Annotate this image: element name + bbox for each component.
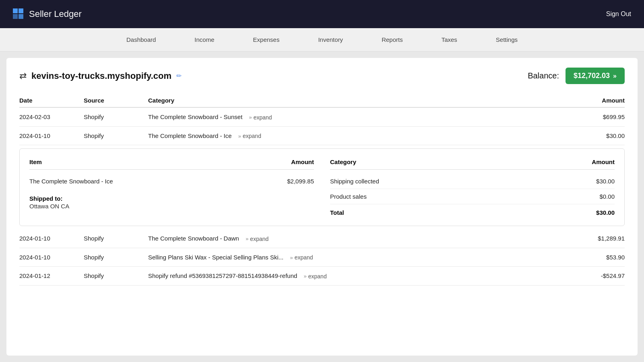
row-date: 2024-01-10: [19, 235, 84, 242]
detail-left: Item Amount The Complete Snowboard - Ice…: [29, 158, 314, 216]
nav-bar: Dashboard Income Expenses Inventory Repo…: [0, 28, 644, 51]
row-source: Shopify: [84, 272, 148, 279]
detail-total-row: Total $30.00: [330, 204, 615, 216]
detail-right-col-category: Category: [330, 158, 558, 165]
expand-chevron-icon: »: [246, 236, 248, 242]
nav-item-settings[interactable]: Settings: [477, 28, 537, 51]
main-content: ⇄ kevins-toy-trucks.myshopify.com ✏ Bala…: [6, 58, 638, 356]
row-date: 2024-01-12: [19, 272, 84, 279]
detail-right-row: Shipping collected $30.00: [330, 174, 615, 189]
table-header: Date Source Category Amount: [19, 94, 625, 108]
detail-right-category: Product sales: [330, 193, 558, 200]
balance-area: Balance: $12,702.03 »: [528, 68, 625, 84]
row-source: Shopify: [84, 132, 148, 139]
detail-right-amount: $0.00: [558, 193, 615, 200]
balance-value: $12,702.03: [574, 72, 610, 80]
nav-item-taxes[interactable]: Taxes: [422, 28, 477, 51]
account-name: kevins-toy-trucks.myshopify.com: [31, 71, 171, 81]
account-header: ⇄ kevins-toy-trucks.myshopify.com ✏ Bala…: [19, 68, 625, 84]
expand-link[interactable]: » expand: [246, 236, 268, 242]
row-date: 2024-01-10: [19, 132, 84, 139]
row-amount: $1,289.91: [560, 235, 625, 242]
nav-item-dashboard[interactable]: Dashboard: [107, 28, 175, 51]
detail-right-amount: $30.00: [558, 178, 615, 185]
row-source: Shopify: [84, 235, 148, 242]
expand-link[interactable]: » expand: [304, 273, 327, 280]
col-header-amount: Amount: [560, 97, 625, 104]
detail-item-row: The Complete Snowboard - Ice $2,099.85: [29, 174, 314, 189]
svg-rect-0: [13, 8, 18, 13]
expand-chevron-icon: »: [249, 114, 252, 120]
col-header-category: Category: [148, 97, 560, 104]
transfer-icon: ⇄: [19, 71, 27, 81]
edit-icon[interactable]: ✏: [176, 72, 182, 80]
row-date: 2024-02-03: [19, 113, 84, 120]
balance-chevron: »: [613, 72, 617, 80]
detail-right-category: Shipping collected: [330, 178, 558, 185]
svg-rect-3: [19, 14, 23, 19]
detail-right: Category Amount Shipping collected $30.0…: [330, 158, 615, 216]
expand-link[interactable]: » expand: [290, 254, 313, 261]
expand-chevron-icon: »: [290, 255, 293, 261]
detail-right-col-amount: Amount: [558, 158, 615, 165]
detail-col-amount: Amount: [258, 158, 314, 165]
table-row: 2024-01-10 Shopify The Complete Snowboar…: [19, 127, 625, 146]
detail-panel: Item Amount The Complete Snowboard - Ice…: [19, 148, 625, 226]
nav-item-inventory[interactable]: Inventory: [299, 28, 362, 51]
table-row: 2024-01-10 Shopify The Complete Snowboar…: [19, 229, 625, 248]
expand-link[interactable]: » expand: [249, 114, 272, 121]
detail-item-amount: $2,099.85: [258, 178, 314, 185]
expand-chevron-icon: »: [238, 133, 241, 139]
logo-area: Seller Ledger: [13, 8, 82, 20]
account-title-area: ⇄ kevins-toy-trucks.myshopify.com ✏: [19, 71, 182, 81]
row-category: Shopify refund #5369381257297-8815149384…: [148, 272, 560, 280]
row-category: Selling Plans Ski Wax - Special Selling …: [148, 254, 560, 261]
row-source: Shopify: [84, 113, 148, 120]
sign-out-button[interactable]: Sign Out: [606, 10, 631, 18]
svg-rect-1: [19, 8, 23, 13]
shipped-value: Ottawa ON CA: [29, 203, 314, 210]
top-header: Seller Ledger Sign Out: [0, 0, 644, 28]
row-source: Shopify: [84, 254, 148, 261]
detail-col-item: Item: [29, 158, 258, 165]
row-amount: $30.00: [560, 132, 625, 139]
detail-total-amount: $30.00: [558, 209, 615, 216]
balance-amount[interactable]: $12,702.03 »: [566, 68, 625, 84]
logo-icon: [13, 8, 24, 20]
col-header-source: Source: [84, 97, 148, 104]
detail-inner: Item Amount The Complete Snowboard - Ice…: [29, 158, 615, 216]
row-amount: $699.95: [560, 113, 625, 120]
shipped-to-section: Shipped to: Ottawa ON CA: [29, 195, 314, 210]
detail-item-name: The Complete Snowboard - Ice: [29, 178, 258, 185]
nav-item-income[interactable]: Income: [175, 28, 233, 51]
row-date: 2024-01-10: [19, 254, 84, 261]
row-category: The Complete Snowboard - Dawn » expand: [148, 235, 560, 242]
detail-right-row: Product sales $0.00: [330, 189, 615, 204]
table-row: 2024-01-12 Shopify Shopify refund #53693…: [19, 267, 625, 286]
detail-total-label: Total: [330, 209, 558, 216]
shipped-label: Shipped to:: [29, 195, 314, 202]
table-row: 2024-02-03 Shopify The Complete Snowboar…: [19, 108, 625, 127]
row-category: The Complete Snowboard - Ice » expand: [148, 132, 560, 140]
detail-left-header: Item Amount: [29, 158, 314, 170]
nav-item-expenses[interactable]: Expenses: [234, 28, 299, 51]
expand-chevron-icon: »: [304, 273, 307, 279]
balance-label: Balance:: [528, 71, 559, 80]
logo-text: Seller Ledger: [29, 9, 82, 19]
table-row: 2024-01-10 Shopify Selling Plans Ski Wax…: [19, 248, 625, 267]
svg-rect-2: [13, 14, 18, 19]
row-category: The Complete Snowboard - Sunset » expand: [148, 113, 560, 121]
detail-right-header: Category Amount: [330, 158, 615, 170]
row-amount: $53.90: [560, 254, 625, 261]
row-amount: -$524.97: [560, 272, 625, 279]
expand-link[interactable]: » expand: [238, 133, 261, 139]
nav-item-reports[interactable]: Reports: [362, 28, 422, 51]
col-header-date: Date: [19, 97, 84, 104]
